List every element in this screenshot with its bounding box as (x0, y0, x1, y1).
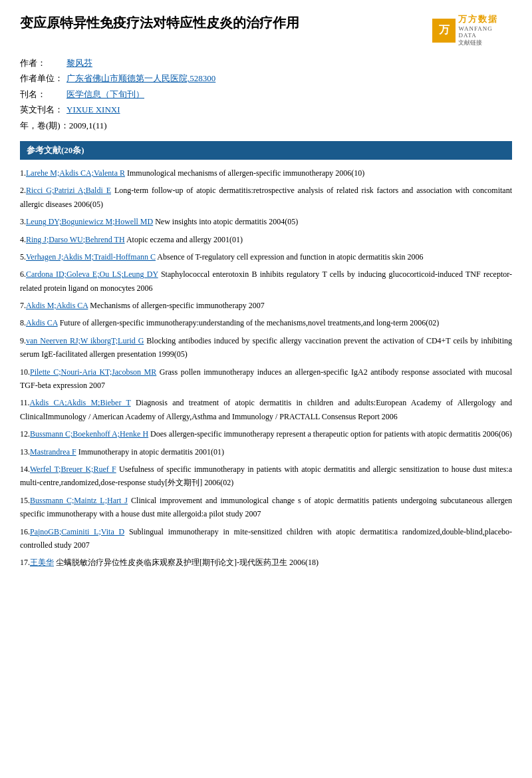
ref-num-9: 9. (20, 336, 26, 345)
ref-title-12: Does allergen-specific immunotherapy rep… (148, 429, 512, 439)
year-value: 2009,1(11) (69, 118, 107, 133)
journal-en-label: 英文刊名： (20, 102, 66, 117)
ref-authors-10[interactable]: Pilette C;Nouri-Aria KT;Jacobson MR (30, 367, 156, 377)
ref-title-1: Immunological mechanisms of allergen-spe… (125, 168, 364, 178)
ref-num-16: 16. (20, 527, 30, 536)
references-list: 1.Larehe M;Akdis CA;Valenta R Immunologi… (20, 166, 512, 570)
ref-item-15: 15.Bussmann C;Maintz L;Hart J Clinical i… (20, 494, 512, 521)
ref-authors-1[interactable]: Larehe M;Akdis CA;Valenta R (26, 168, 125, 178)
wanfang-logo[interactable]: 万 万方数据 WANFANG DATA 文献链接 (432, 13, 512, 47)
logo-brand-en: WANFANG DATA (458, 25, 512, 39)
ref-authors-9[interactable]: van Neerven RJ;W ikborgT;Lurid G (26, 336, 144, 345)
year-row: 年，卷(期)： 2009,1(11) (20, 118, 512, 133)
ref-item-13: 13.Mastrandrea F Immunotherapy in atopic… (20, 445, 512, 459)
ref-authors-4[interactable]: Ring J;Darso WU;Behrend TH (26, 235, 125, 244)
journal-en-row: 英文刊名： YIXUE XINXI (20, 102, 512, 117)
ref-authors-5[interactable]: Verhagen J;Akdis M;Traidl-Hoffmann C (26, 252, 156, 262)
references-header: 参考文献(20条) (20, 141, 512, 160)
ref-num-6: 6. (20, 270, 26, 279)
ref-authors-17[interactable]: 王美华 (30, 558, 54, 567)
ref-title-7: Mechanisms of allergen-specific immunoth… (88, 301, 264, 310)
ref-num-8: 8. (20, 318, 26, 327)
ref-item-7: 7.Akdis M;Akdis CA Mechanisms of allerge… (20, 299, 512, 312)
ref-authors-11[interactable]: Akdis CA;Akdis M;Bieber T (30, 398, 131, 407)
year-label: 年，卷(期)： (20, 118, 69, 133)
ref-title-13: Immunotherapy in atopic dermatitis 2001(… (76, 447, 224, 457)
ref-title-5: Absence of T-regulatory cell expression … (156, 252, 424, 262)
ref-item-8: 8.Akdis CA Future of allergen-specific i… (20, 316, 512, 329)
ref-item-16: 16.PajnoGB;Caminiti L;Vita D Sublingual … (20, 525, 512, 552)
ref-item-10: 10.Pilette C;Nouri-Aria KT;Jacobson MR G… (20, 365, 512, 393)
ref-authors-12[interactable]: Bussmann C;Boekenhoff A;Henke H (30, 429, 148, 439)
ref-title-3: New insights into atopic dermatitis 2004… (153, 217, 298, 226)
ref-authors-15[interactable]: Bussmann C;Maintz L;Hart J (30, 496, 128, 505)
journal-label: 刊名： (20, 87, 66, 102)
ref-num-2: 2. (20, 186, 26, 195)
journal-row: 刊名： 医学信息（下旬刊） (20, 87, 512, 102)
ref-item-9: 9.van Neerven RJ;W ikborgT;Lurid G Block… (20, 334, 512, 361)
journal-value[interactable]: 医学信息（下旬刊） (66, 87, 144, 102)
affiliation-label: 作者单位： (20, 71, 66, 86)
ref-num-5: 5. (20, 252, 26, 262)
logo-icon: 万 (432, 19, 456, 43)
ref-item-11: 11.Akdis CA;Akdis M;Bieber T Diagnosis a… (20, 396, 512, 423)
affiliation-value[interactable]: 广东省佛山市顺德第一人民医院,528300 (66, 71, 215, 86)
author-label: 作者： (20, 55, 66, 71)
ref-item-12: 12.Bussmann C;Boekenhoff A;Henke H Does … (20, 427, 512, 441)
ref-num-15: 15. (20, 496, 30, 505)
journal-en-value[interactable]: YIXUE XINXI (66, 102, 120, 117)
ref-title-17: 尘螨脱敏治疗异位性皮炎临床观察及护理[期刊论文]-现代医药卫生 2006(18) (54, 558, 319, 567)
ref-num-3: 3. (20, 217, 26, 226)
ref-item-17: 17.王美华 尘螨脱敏治疗异位性皮炎临床观察及护理[期刊论文]-现代医药卫生 2… (20, 556, 512, 569)
ref-num-14: 14. (20, 465, 30, 474)
ref-authors-16[interactable]: PajnoGB;Caminiti L;Vita D (30, 527, 124, 536)
ref-title-8: Future of allergen-specific immunotherap… (58, 318, 440, 327)
ref-item-1: 1.Larehe M;Akdis CA;Valenta R Immunologi… (20, 166, 512, 180)
ref-authors-7[interactable]: Akdis M;Akdis CA (26, 301, 88, 310)
ref-item-5: 5.Verhagen J;Akdis M;Traidl-Hoffmann C A… (20, 250, 512, 264)
ref-authors-6[interactable]: Cardona ID;Goleva E;Ou LS;Leung DY (26, 270, 158, 279)
ref-num-7: 7. (20, 301, 26, 310)
ref-item-3: 3.Leung DY;Boguniewicz M;Howell MD New i… (20, 215, 512, 228)
ref-num-13: 13. (20, 447, 30, 457)
page-title: 变应原特异性免疫疗法对特应性皮炎的治疗作用 (20, 13, 426, 32)
ref-authors-3[interactable]: Leung DY;Boguniewicz M;Howell MD (26, 217, 153, 226)
ref-authors-14[interactable]: Werfel T;Breuer K;Ruef F (30, 465, 116, 474)
author-value[interactable]: 黎风芬 (66, 55, 92, 71)
ref-item-14: 14.Werfel T;Breuer K;Ruef F Usefulness o… (20, 463, 512, 490)
meta-section: 作者： 黎风芬 作者单位： 广东省佛山市顺德第一人民医院,528300 刊名： … (20, 55, 512, 133)
ref-num-17: 17. (20, 558, 30, 567)
logo-tagline: 文献链接 (458, 39, 512, 47)
ref-num-4: 4. (20, 235, 26, 244)
ref-item-2: 2.Ricci G;Patrizi A;Baldi E Long-term fo… (20, 184, 512, 211)
ref-authors-8[interactable]: Akdis CA (26, 318, 58, 327)
ref-num-11: 11. (20, 398, 30, 407)
ref-authors-2[interactable]: Ricci G;Patrizi A;Baldi E (26, 186, 111, 195)
author-row: 作者： 黎风芬 (20, 55, 512, 71)
ref-item-6: 6.Cardona ID;Goleva E;Ou LS;Leung DY Sta… (20, 268, 512, 295)
ref-authors-13[interactable]: Mastrandrea F (30, 447, 76, 457)
ref-num-12: 12. (20, 429, 30, 439)
ref-num-10: 10. (20, 367, 30, 377)
logo-brand-cn: 万方数据 (458, 13, 512, 25)
ref-item-4: 4.Ring J;Darso WU;Behrend TH Atopic ecze… (20, 233, 512, 246)
ref-num-1: 1. (20, 168, 26, 178)
ref-title-4: Atopic eczema and allergy 2001(01) (125, 235, 243, 244)
affiliation-row: 作者单位： 广东省佛山市顺德第一人民医院,528300 (20, 71, 512, 86)
